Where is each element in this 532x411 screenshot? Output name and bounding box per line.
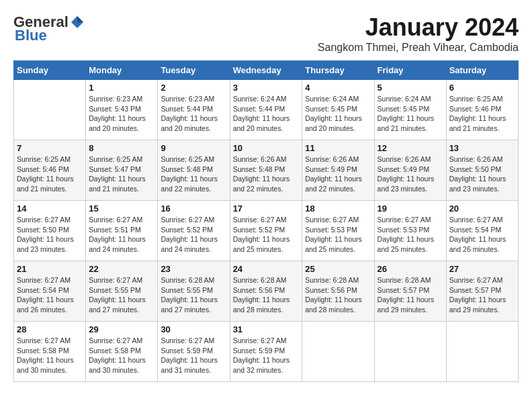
logo-blue: Blue (15, 27, 47, 44)
table-row: 16Sunrise: 6:27 AMSunset: 5:52 PMDayligh… (158, 201, 230, 261)
day-number: 8 (89, 143, 154, 153)
day-number: 22 (89, 264, 154, 274)
day-info: Sunrise: 6:27 AMSunset: 5:55 PMDaylight:… (89, 275, 154, 315)
day-number: 20 (449, 203, 515, 214)
table-row: 25Sunrise: 6:28 AMSunset: 5:56 PMDayligh… (302, 261, 374, 322)
day-info: Sunrise: 6:26 AMSunset: 5:49 PMDaylight:… (378, 154, 443, 194)
day-number: 26 (378, 264, 443, 274)
day-number: 18 (305, 203, 371, 214)
table-row: 31Sunrise: 6:27 AMSunset: 5:59 PMDayligh… (230, 322, 302, 382)
day-number: 21 (17, 264, 83, 274)
day-info: Sunrise: 6:27 AMSunset: 5:58 PMDaylight:… (17, 336, 83, 375)
day-number: 6 (449, 83, 515, 93)
table-row: 30Sunrise: 6:27 AMSunset: 5:59 PMDayligh… (158, 322, 230, 382)
day-number: 31 (233, 324, 300, 334)
day-info: Sunrise: 6:27 AMSunset: 5:53 PMDaylight:… (378, 215, 443, 255)
day-number: 10 (233, 143, 300, 153)
day-number: 16 (161, 203, 226, 214)
table-row: 3Sunrise: 6:24 AMSunset: 5:44 PMDaylight… (230, 80, 302, 140)
table-row: 9Sunrise: 6:25 AMSunset: 5:48 PMDaylight… (158, 140, 230, 201)
day-info: Sunrise: 6:26 AMSunset: 5:50 PMDaylight:… (449, 154, 515, 194)
table-row: 12Sunrise: 6:26 AMSunset: 5:49 PMDayligh… (374, 140, 446, 201)
table-row: 5Sunrise: 6:24 AMSunset: 5:45 PMDaylight… (374, 80, 446, 140)
calendar-table: Sunday Monday Tuesday Wednesday Thursday… (13, 60, 519, 382)
day-info: Sunrise: 6:27 AMSunset: 5:52 PMDaylight:… (161, 215, 226, 255)
day-info: Sunrise: 6:25 AMSunset: 5:47 PMDaylight:… (89, 154, 154, 194)
day-number: 14 (17, 203, 83, 214)
month-title: January 2024 (318, 13, 519, 42)
day-number: 2 (161, 83, 226, 93)
day-number: 28 (17, 324, 83, 334)
day-number: 27 (449, 264, 515, 274)
day-info: Sunrise: 6:25 AMSunset: 5:48 PMDaylight:… (161, 154, 226, 194)
day-number: 24 (233, 264, 300, 274)
day-info: Sunrise: 6:27 AMSunset: 5:54 PMDaylight:… (449, 215, 515, 255)
table-row (302, 322, 374, 382)
table-row: 28Sunrise: 6:27 AMSunset: 5:58 PMDayligh… (14, 322, 86, 382)
day-info: Sunrise: 6:27 AMSunset: 5:58 PMDaylight:… (89, 336, 154, 375)
day-number: 13 (449, 143, 515, 153)
day-number: 30 (161, 324, 226, 334)
day-info: Sunrise: 6:26 AMSunset: 5:49 PMDaylight:… (305, 154, 371, 194)
table-row: 6Sunrise: 6:25 AMSunset: 5:46 PMDaylight… (446, 80, 518, 140)
day-info: Sunrise: 6:27 AMSunset: 5:52 PMDaylight:… (233, 215, 300, 255)
day-info: Sunrise: 6:27 AMSunset: 5:50 PMDaylight:… (17, 215, 83, 255)
table-row: 27Sunrise: 6:27 AMSunset: 5:57 PMDayligh… (446, 261, 518, 322)
logo-icon (70, 15, 85, 30)
day-info: Sunrise: 6:24 AMSunset: 5:45 PMDaylight:… (378, 94, 443, 134)
day-info: Sunrise: 6:25 AMSunset: 5:46 PMDaylight:… (17, 154, 83, 194)
col-sunday: Sunday (14, 61, 86, 80)
table-row: 29Sunrise: 6:27 AMSunset: 5:58 PMDayligh… (86, 322, 158, 382)
day-info: Sunrise: 6:27 AMSunset: 5:53 PMDaylight:… (305, 215, 371, 255)
day-info: Sunrise: 6:24 AMSunset: 5:45 PMDaylight:… (305, 94, 371, 134)
col-thursday: Thursday (302, 61, 374, 80)
table-row: 8Sunrise: 6:25 AMSunset: 5:47 PMDaylight… (86, 140, 158, 201)
day-info: Sunrise: 6:27 AMSunset: 5:57 PMDaylight:… (449, 275, 515, 315)
col-monday: Monday (86, 61, 158, 80)
page-header: General Blue January 2024 Sangkom Thmei,… (13, 13, 519, 54)
day-number: 19 (378, 203, 443, 214)
day-info: Sunrise: 6:27 AMSunset: 5:59 PMDaylight:… (233, 336, 300, 375)
table-row: 1Sunrise: 6:23 AMSunset: 5:43 PMDaylight… (86, 80, 158, 140)
day-info: Sunrise: 6:27 AMSunset: 5:51 PMDaylight:… (89, 215, 154, 255)
day-number: 9 (161, 143, 226, 153)
table-row: 15Sunrise: 6:27 AMSunset: 5:51 PMDayligh… (86, 201, 158, 261)
table-row: 13Sunrise: 6:26 AMSunset: 5:50 PMDayligh… (446, 140, 518, 201)
table-row (374, 322, 446, 382)
calendar-header-row: Sunday Monday Tuesday Wednesday Thursday… (14, 61, 519, 80)
day-number: 3 (233, 83, 300, 93)
table-row: 14Sunrise: 6:27 AMSunset: 5:50 PMDayligh… (14, 201, 86, 261)
day-number: 12 (378, 143, 443, 153)
table-row: 2Sunrise: 6:23 AMSunset: 5:44 PMDaylight… (158, 80, 230, 140)
table-row (14, 80, 86, 140)
day-info: Sunrise: 6:28 AMSunset: 5:56 PMDaylight:… (305, 275, 371, 315)
logo: General Blue (13, 13, 85, 44)
day-info: Sunrise: 6:24 AMSunset: 5:44 PMDaylight:… (233, 94, 300, 134)
day-info: Sunrise: 6:26 AMSunset: 5:48 PMDaylight:… (233, 154, 300, 194)
title-block: January 2024 Sangkom Thmei, Preah Vihear… (318, 13, 519, 54)
table-row: 18Sunrise: 6:27 AMSunset: 5:53 PMDayligh… (302, 201, 374, 261)
table-row: 19Sunrise: 6:27 AMSunset: 5:53 PMDayligh… (374, 201, 446, 261)
table-row: 11Sunrise: 6:26 AMSunset: 5:49 PMDayligh… (302, 140, 374, 201)
day-info: Sunrise: 6:28 AMSunset: 5:56 PMDaylight:… (233, 275, 300, 315)
day-info: Sunrise: 6:27 AMSunset: 5:54 PMDaylight:… (17, 275, 83, 315)
day-info: Sunrise: 6:28 AMSunset: 5:55 PMDaylight:… (161, 275, 226, 315)
table-row: 26Sunrise: 6:28 AMSunset: 5:57 PMDayligh… (374, 261, 446, 322)
day-info: Sunrise: 6:23 AMSunset: 5:43 PMDaylight:… (89, 94, 154, 134)
calendar-week-row: 28Sunrise: 6:27 AMSunset: 5:58 PMDayligh… (14, 322, 519, 382)
day-number: 23 (161, 264, 226, 274)
day-number: 1 (89, 83, 154, 93)
day-number: 25 (305, 264, 371, 274)
table-row: 23Sunrise: 6:28 AMSunset: 5:55 PMDayligh… (158, 261, 230, 322)
table-row: 22Sunrise: 6:27 AMSunset: 5:55 PMDayligh… (86, 261, 158, 322)
table-row: 24Sunrise: 6:28 AMSunset: 5:56 PMDayligh… (230, 261, 302, 322)
table-row: 4Sunrise: 6:24 AMSunset: 5:45 PMDaylight… (302, 80, 374, 140)
day-number: 29 (89, 324, 154, 334)
calendar-week-row: 14Sunrise: 6:27 AMSunset: 5:50 PMDayligh… (14, 201, 519, 261)
day-number: 5 (378, 83, 443, 93)
day-number: 17 (233, 203, 300, 214)
day-info: Sunrise: 6:25 AMSunset: 5:46 PMDaylight:… (449, 94, 515, 134)
col-tuesday: Tuesday (158, 61, 230, 80)
col-friday: Friday (374, 61, 446, 80)
col-wednesday: Wednesday (230, 61, 302, 80)
